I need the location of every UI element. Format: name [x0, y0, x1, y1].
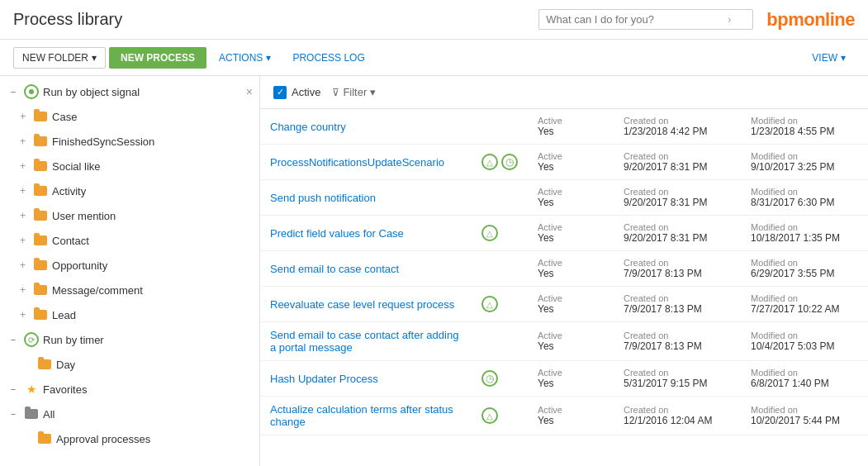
sidebar-item-message-comment[interactable]: + Message/comment	[0, 278, 259, 302]
close-icon[interactable]: ×	[246, 85, 253, 98]
search-input[interactable]	[546, 13, 728, 26]
sidebar-item-run-by-timer[interactable]: − Run by timer	[0, 327, 259, 352]
process-name-link[interactable]: Hash Updater Process	[270, 373, 378, 385]
active-cell: ActiveYes	[528, 251, 614, 287]
sidebar-item-finished-sync[interactable]: + FinishedSyncSession	[0, 129, 259, 154]
sidebar-item-user-mention[interactable]: + User mention	[0, 203, 259, 228]
created-value: 9/20/2017 8:31 PM	[624, 197, 731, 208]
new-process-button[interactable]: NEW PROCESS	[109, 47, 206, 69]
table-row: Change countryActiveYesCreated on1/23/20…	[260, 109, 868, 145]
filter-icon: ⊽	[332, 87, 339, 98]
active-label-text: Active	[538, 151, 604, 161]
active-label-text: Active	[538, 330, 604, 340]
process-name-link[interactable]: Send email to case contact after adding …	[270, 329, 458, 354]
process-name-link[interactable]: Actualize calculation terms after status…	[270, 403, 453, 428]
expand-icon[interactable]: +	[20, 210, 26, 221]
process-name-link[interactable]: Send email to case contact	[270, 263, 399, 275]
star-icon: ★	[23, 381, 40, 397]
sidebar-item-label: FinishedSyncSession	[52, 136, 253, 148]
modified-value: 9/10/2017 3:25 PM	[751, 161, 858, 173]
created-value: 7/9/2017 8:13 PM	[624, 268, 731, 279]
sidebar-item-contact[interactable]: + Contact	[0, 228, 259, 253]
created-on-cell: Created on12/1/2016 12:04 AM	[614, 397, 741, 435]
process-name-link[interactable]: Predict field values for Case	[270, 227, 404, 240]
expand-icon[interactable]: +	[20, 259, 26, 271]
sidebar-item-label: Social like	[52, 160, 253, 173]
expand-icon[interactable]: +	[20, 160, 26, 172]
view-button[interactable]: VIEW ▾	[803, 47, 855, 69]
created-on-cell: Created on5/31/2017 9:15 PM	[614, 361, 741, 397]
active-cell: ActiveYes	[528, 397, 614, 435]
sidebar-item-lead[interactable]: + Lead	[0, 302, 259, 327]
sidebar-item-day[interactable]: Day	[0, 352, 259, 377]
modified-label: Modified on	[751, 330, 858, 340]
modified-on-cell: Modified on10/4/2017 5:03 PM	[741, 322, 868, 361]
created-on-cell: Created on1/23/2018 4:42 PM	[614, 109, 741, 145]
brand-logo: bpmonline	[766, 9, 855, 31]
toolbar: NEW FOLDER ▾ NEW PROCESS ACTIONS ▾ PROCE…	[0, 40, 868, 76]
table-row: ProcessNotificationsUpdateScenarioActive…	[260, 145, 868, 180]
sidebar-item-activity[interactable]: + Activity	[0, 178, 259, 203]
filter-dropdown-icon: ▾	[370, 86, 376, 98]
view-dropdown-icon: ▾	[841, 52, 846, 64]
sidebar-item-favorites[interactable]: − ★ Favorites	[0, 377, 259, 402]
sidebar-item-opportunity[interactable]: + Opportunity	[0, 253, 259, 278]
created-label: Created on	[624, 368, 731, 378]
filter-button[interactable]: ⊽ Filter ▾	[327, 84, 381, 100]
process-name-link[interactable]: Reevaluate case level request process	[270, 298, 454, 311]
sidebar-item-label: Approval processes	[56, 433, 253, 445]
folder-icon	[32, 232, 49, 249]
sidebar-item-social-like[interactable]: + Social like	[0, 154, 259, 178]
modified-label: Modified on	[751, 405, 858, 415]
created-on-cell: Created on9/20/2017 8:31 PM	[614, 145, 741, 180]
created-label: Created on	[624, 330, 731, 340]
modified-on-cell: Modified on1/23/2018 4:55 PM	[741, 109, 868, 145]
sidebar-item-approval-processes[interactable]: Approval processes	[0, 426, 259, 451]
active-cell: ActiveYes	[528, 287, 614, 322]
collapse-icon[interactable]: −	[7, 87, 20, 97]
actions-button[interactable]: ACTIONS ▾	[210, 47, 280, 69]
sidebar-item-label: Contact	[52, 235, 253, 247]
sidebar-item-run-by-object-signal[interactable]: − Run by object signal ×	[0, 79, 259, 104]
process-log-button[interactable]: PROCESS LOG	[283, 47, 373, 69]
expand-icon[interactable]: +	[20, 185, 26, 197]
triangle-icon	[481, 225, 498, 241]
header: Process library › bpmonline	[0, 0, 868, 40]
modified-on-cell: Modified on7/27/2017 10:22 AM	[741, 287, 868, 322]
active-value: Yes	[538, 197, 604, 208]
collapse-icon[interactable]: −	[7, 384, 20, 394]
expand-icon[interactable]: +	[20, 111, 26, 122]
expand-icon[interactable]: +	[20, 235, 26, 246]
process-icons-cell	[472, 216, 528, 251]
search-bar[interactable]: ›	[538, 9, 753, 30]
active-cell: ActiveYes	[528, 322, 614, 361]
checkbox-icon	[273, 86, 287, 99]
new-folder-button[interactable]: NEW FOLDER ▾	[13, 47, 106, 69]
collapse-icon[interactable]: −	[7, 409, 20, 419]
active-filter-checkbox[interactable]: Active	[273, 86, 320, 99]
sidebar-item-all[interactable]: − All	[0, 402, 259, 426]
created-label: Created on	[624, 258, 731, 268]
clock-icon	[501, 154, 518, 170]
expand-icon[interactable]: +	[20, 284, 26, 296]
modified-on-cell: Modified on6/29/2017 3:55 PM	[741, 251, 868, 287]
process-name-link[interactable]: Send push notification	[270, 192, 376, 204]
sidebar-item-case[interactable]: + Case	[0, 104, 259, 129]
created-value: 5/31/2017 9:15 PM	[624, 378, 731, 389]
brand-text: bpm	[766, 9, 804, 30]
process-name-link[interactable]: Change country	[270, 121, 346, 133]
collapse-icon[interactable]: −	[7, 335, 20, 345]
modified-value: 6/29/2017 3:55 PM	[751, 268, 858, 279]
expand-icon[interactable]: +	[20, 136, 26, 147]
signal-icon	[23, 83, 40, 100]
process-icons-cell	[472, 109, 528, 145]
expand-icon[interactable]: +	[20, 309, 26, 321]
process-name-link[interactable]: ProcessNotificationsUpdateScenario	[270, 156, 444, 169]
process-icons-cell	[472, 251, 528, 287]
triangle-icon	[481, 154, 498, 170]
dropdown-arrow-icon: ▾	[92, 52, 97, 64]
active-label: Active	[292, 86, 320, 98]
sidebar: − Run by object signal × + Case + Finish…	[0, 76, 260, 466]
modified-value: 8/31/2017 6:30 PM	[751, 197, 858, 208]
sidebar-item-label: Day	[56, 359, 253, 371]
